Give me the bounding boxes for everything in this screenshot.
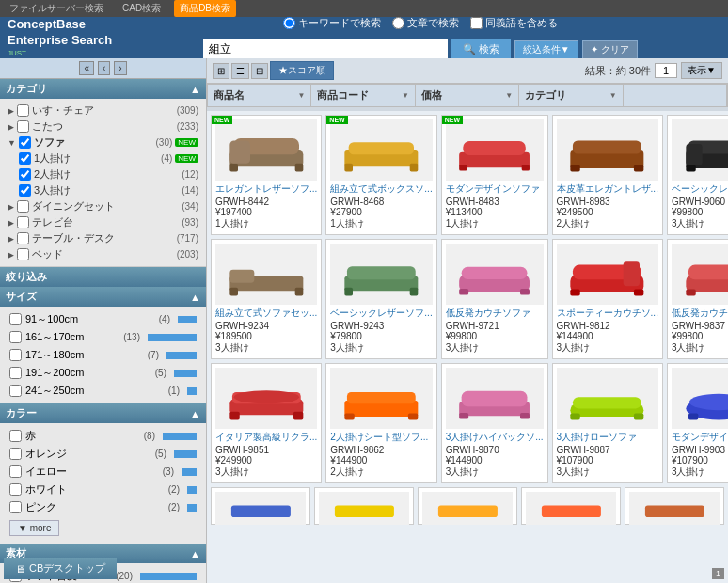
product-card-11[interactable]: 2人掛けシート型ソフ... GRWH-9862 ¥144900 2人掛け [325, 363, 436, 483]
category-bed[interactable]: ▶ ベッド (203) [4, 246, 202, 262]
tab-product-db[interactable]: 商品DB検索 [174, 0, 236, 17]
more-button[interactable]: ▼ more [9, 520, 59, 536]
cat-dining-check[interactable] [17, 200, 29, 213]
cat-2p-check[interactable] [19, 168, 31, 181]
size-171-180[interactable]: 171～180cm (7) [4, 346, 202, 364]
product-card-19[interactable] [625, 487, 724, 525]
color-white-check[interactable] [9, 483, 22, 496]
category-kotatsu[interactable]: ▶ こたつ (233) [4, 118, 202, 134]
nav-next-button[interactable]: › [114, 61, 126, 75]
tab-cad[interactable]: CAD検索 [117, 0, 166, 17]
svg-rect-34 [520, 288, 530, 294]
cat-3p-check[interactable] [19, 184, 31, 197]
tab-file-server[interactable]: ファイルサーバー検索 [4, 0, 109, 17]
color-section-header[interactable]: カラー ▲ [0, 403, 206, 423]
color-pink-check[interactable] [9, 501, 22, 513]
product-card-12[interactable]: 3人掛けハイバックソ... GRWH-9870 ¥144900 3人掛け [441, 363, 548, 483]
size-171-check[interactable] [9, 349, 22, 361]
cat-chair-check[interactable] [17, 104, 29, 117]
category-section-header[interactable]: カテゴリ ▲ [0, 79, 206, 99]
cat-bed-check[interactable] [17, 248, 29, 260]
product-image [215, 368, 317, 429]
svg-rect-41 [688, 264, 728, 279]
col-price[interactable]: 価格 ▼ [416, 85, 519, 106]
cat-tv-check[interactable] [17, 216, 29, 228]
search-input[interactable] [203, 39, 448, 60]
nav-first-button[interactable]: « [79, 61, 94, 75]
cat-sofa-check[interactable] [19, 136, 31, 149]
desktop-button[interactable]: 🖥 CBデスクトップ [4, 558, 117, 579]
view-grid-button[interactable]: ⊞ [213, 63, 229, 79]
product-card-8[interactable]: スポーティーカウチソ... GRWH-9812 ¥144900 3人掛け [552, 239, 663, 359]
product-card-2[interactable]: NEW モダンデザインソファ GRWH-8483 ¥113400 1人掛け [441, 115, 548, 235]
category-table[interactable]: ▶ テーブル・デスク (717) [4, 230, 202, 246]
product-card-15[interactable] [211, 487, 310, 525]
product-card-7[interactable]: 低反発カウチソファ GRWH-9721 ¥99800 3人掛け [441, 239, 548, 359]
category-chair[interactable]: ▶ いす・チェア (309) [4, 102, 202, 118]
category-dining[interactable]: ▶ ダイニングセット (34) [4, 198, 202, 214]
size-191-200[interactable]: 191～200cm (5) [4, 364, 202, 382]
product-card-16[interactable] [314, 487, 414, 525]
view-table-button[interactable]: ⊟ [251, 63, 268, 79]
product-card-17[interactable] [418, 487, 517, 525]
product-card-3[interactable]: 本皮革エレガントレザ... GRWH-8983 ¥249500 2人掛け [552, 115, 663, 235]
display-button[interactable]: 表示▼ [681, 62, 722, 79]
refine-button[interactable]: 絞込条件▼ [514, 40, 578, 59]
color-yellow[interactable]: イエロー (3) [4, 463, 202, 481]
size-161-check[interactable] [9, 331, 22, 343]
color-red-check[interactable] [9, 430, 22, 442]
category-tv[interactable]: ▶ テレビ台 (93) [4, 214, 202, 230]
product-card-0[interactable]: NEW エレガントレザーソフ... GRWH-8442 ¥197400 1 [211, 115, 322, 235]
product-name: 3人掛けローソファ [557, 432, 658, 443]
category-sofa[interactable]: ▼ ソファ (30) NEW [4, 134, 202, 150]
product-card-13[interactable]: 3人掛けローソファ GRWH-9887 ¥107900 3人掛け [552, 363, 663, 483]
svg-rect-69 [541, 505, 600, 517]
search-button[interactable]: 🔍 検索 [451, 39, 511, 60]
checkbox-synonym[interactable]: 同義語を含める [470, 16, 558, 30]
clear-button[interactable]: ✦ クリア [582, 40, 638, 59]
cat-kotatsu-check[interactable] [17, 120, 29, 133]
radio-keyword[interactable]: キーワードで検索 [283, 16, 381, 30]
view-list-button[interactable]: ☰ [231, 63, 249, 79]
product-code: GRWH-9721 [446, 321, 544, 331]
product-card-5[interactable]: 組み立て式ソファセッ... GRWH-9234 ¥189500 3人掛け [211, 239, 322, 359]
color-pink[interactable]: ピンク (2) [4, 498, 202, 516]
cat-1p-check[interactable] [19, 152, 31, 165]
product-card-1[interactable]: NEW 組み立て式ボックスソ... GRWH-8468 ¥27900 1人掛け [325, 115, 436, 235]
cat-table-check[interactable] [17, 232, 29, 244]
col-name[interactable]: 商品名 ▼ [208, 85, 311, 106]
nav-back-button[interactable]: ‹ [98, 61, 110, 75]
color-orange-check[interactable] [9, 448, 22, 460]
category-3person[interactable]: 3人掛け (14) [4, 182, 202, 198]
product-card-6[interactable]: ベーシックレザーソフ... GRWH-9243 ¥79800 3人掛け [325, 239, 436, 359]
product-code: GRWH-9903 [672, 445, 728, 455]
filter-header[interactable]: 絞り込み [0, 267, 206, 287]
category-2person[interactable]: 2人掛け (12) [4, 166, 202, 182]
size-section-header[interactable]: サイズ ▲ [0, 287, 206, 307]
page-input[interactable]: 1 [655, 63, 677, 78]
product-card-18[interactable] [521, 487, 621, 525]
product-card-14[interactable]: モダンデザインソファ GRWH-9903 ¥107900 3人掛け [667, 363, 728, 483]
radio-sentence[interactable]: 文章で検索 [392, 16, 459, 30]
size-161-170[interactable]: 161～170cm (13) [4, 328, 202, 346]
category-1person[interactable]: 1人掛け (4) NEW [4, 150, 202, 166]
product-card-9[interactable]: 低反発カウチソファ GRWH-9837 ¥99800 3人掛け [667, 239, 728, 359]
col-category[interactable]: カテゴリ ▼ [519, 85, 623, 106]
svg-rect-64 [688, 413, 698, 419]
app-title: Enterprise Search [8, 33, 112, 49]
product-card-4[interactable]: ベーシックレザーソフ... GRWH-9060 ¥99800 3人掛け [667, 115, 728, 235]
product-card-10[interactable]: イタリア製高級リクラ... GRWH-9851 ¥249900 3人掛け [211, 363, 322, 483]
color-white[interactable]: ホワイト (2) [4, 481, 202, 498]
score-sort-button[interactable]: ★スコア順 [270, 61, 334, 80]
arrow-icon: ▶ [8, 122, 14, 132]
size-241-250[interactable]: 241～250cm (1) [4, 382, 202, 400]
col-code[interactable]: 商品コード ▼ [311, 85, 415, 106]
color-orange[interactable]: オレンジ (5) [4, 445, 202, 463]
size-91-100[interactable]: 91～100cm (4) [4, 310, 202, 328]
svg-rect-60 [571, 413, 580, 419]
color-yellow-check[interactable] [9, 465, 22, 478]
size-191-check[interactable] [9, 367, 22, 379]
size-91-check[interactable] [9, 313, 22, 325]
color-red[interactable]: 赤 (8) [4, 427, 202, 445]
size-241-check[interactable] [9, 385, 22, 397]
